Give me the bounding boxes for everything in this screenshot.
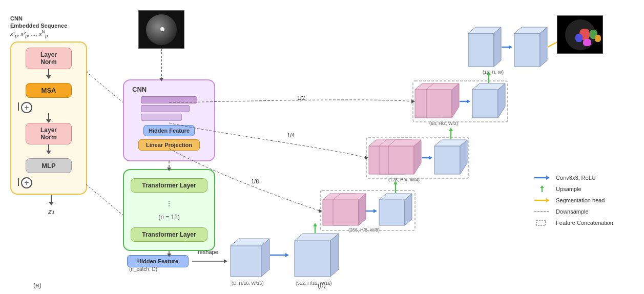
svg-marker-57 bbox=[426, 83, 459, 90]
svg-marker-88 bbox=[546, 176, 550, 180]
feature-concat-icon bbox=[534, 219, 553, 226]
svg-rect-32 bbox=[320, 191, 415, 230]
svg-text:(64, H/2, W/2): (64, H/2, W/2) bbox=[429, 121, 458, 126]
transformer-dots: ⋮ bbox=[165, 199, 173, 207]
reshape-label: reshape bbox=[198, 249, 218, 255]
arrowhead-z1 bbox=[49, 202, 54, 205]
svg-marker-27 bbox=[373, 209, 377, 213]
svg-marker-22 bbox=[348, 194, 356, 225]
svg-marker-7 bbox=[224, 259, 227, 263]
svg-marker-48 bbox=[460, 140, 467, 174]
arrow-to-z1 bbox=[51, 195, 52, 202]
svg-marker-43 bbox=[414, 140, 421, 174]
svg-marker-60 bbox=[467, 99, 470, 103]
svg-marker-90 bbox=[540, 185, 544, 188]
svg-marker-45 bbox=[429, 156, 432, 160]
n-patch-label: (n_patch, D) bbox=[129, 266, 157, 272]
svg-marker-38 bbox=[379, 146, 405, 174]
hidden-feature-bottom: Hidden Feature bbox=[127, 255, 189, 267]
svg-marker-55 bbox=[441, 83, 448, 118]
transformer-n: (n = 12) bbox=[158, 214, 180, 221]
cnn-label: CNN bbox=[132, 86, 147, 93]
svg-marker-58 bbox=[452, 83, 459, 118]
transformer-layer-bottom: Transformer Layer bbox=[131, 227, 207, 242]
svg-marker-72 bbox=[509, 45, 512, 49]
seg-organ-blue bbox=[575, 34, 583, 42]
svg-marker-67 bbox=[487, 71, 491, 75]
add-circle-1: + bbox=[21, 102, 32, 113]
svg-marker-56 bbox=[426, 90, 452, 118]
downsample-label: Downsample bbox=[556, 208, 589, 215]
svg-rect-94 bbox=[536, 220, 546, 225]
svg-marker-63 bbox=[498, 83, 505, 118]
layer-norm-1-block: LayerNorm bbox=[26, 48, 72, 69]
diagram-container: (a) CNN Embedded Sequence x¹p, x²p, ...,… bbox=[0, 0, 644, 294]
svg-marker-53 bbox=[415, 90, 441, 118]
sequence-math: x¹p, x²p, ..., xNp bbox=[10, 29, 92, 38]
svg-marker-40 bbox=[405, 140, 412, 174]
svg-text:1/2: 1/2 bbox=[297, 95, 305, 101]
transformer-encoder-box: LayerNorm MSA + LayerNorm MLP bbox=[10, 41, 87, 195]
legend-panel: Conv3x3, ReLU Upsample Segmentation head… bbox=[534, 174, 613, 226]
skip-line-1 bbox=[18, 102, 19, 111]
svg-marker-39 bbox=[379, 140, 412, 146]
svg-marker-52 bbox=[449, 128, 453, 131]
layer-norm-2-block: LayerNorm bbox=[26, 123, 72, 144]
seg-organ-purple bbox=[583, 39, 591, 46]
svg-marker-24 bbox=[333, 194, 366, 200]
legend-conv-relu: Conv3x3, ReLU bbox=[534, 174, 613, 181]
svg-marker-36 bbox=[369, 140, 402, 146]
svg-rect-50 bbox=[366, 137, 469, 178]
svg-marker-46 bbox=[434, 146, 460, 174]
z1-output: z₁ bbox=[10, 207, 92, 215]
svg-marker-19 bbox=[313, 223, 317, 226]
svg-marker-8 bbox=[231, 246, 261, 277]
svg-marker-75 bbox=[540, 27, 547, 67]
svg-marker-47 bbox=[434, 140, 467, 146]
downsample-icon bbox=[534, 208, 553, 215]
svg-marker-28 bbox=[379, 200, 405, 225]
svg-marker-54 bbox=[415, 83, 448, 90]
part-b-label: (b) bbox=[318, 281, 326, 289]
part-a-transformer-block: CNN Embedded Sequence x¹p, x²p, ..., xNp… bbox=[10, 15, 92, 271]
arrow-down-3 bbox=[48, 144, 49, 151]
svg-marker-20 bbox=[323, 200, 348, 225]
upsample-label: Upsample bbox=[556, 186, 581, 192]
arrow-down-1 bbox=[48, 69, 49, 75]
svg-rect-65 bbox=[413, 81, 508, 122]
arrow-down-2 bbox=[48, 113, 49, 119]
add-circle-2: + bbox=[21, 177, 32, 188]
embedded-sequence-label: Embedded Sequence bbox=[10, 23, 92, 29]
svg-marker-15 bbox=[295, 234, 339, 241]
arrowhead-3 bbox=[46, 151, 51, 154]
svg-marker-30 bbox=[405, 194, 412, 225]
svg-marker-61 bbox=[472, 90, 498, 118]
seg-organ-yellow bbox=[595, 35, 601, 42]
seg-organ-overlay bbox=[565, 19, 596, 50]
svg-marker-10 bbox=[261, 239, 269, 277]
upsample-icon bbox=[534, 185, 553, 193]
svg-marker-41 bbox=[388, 146, 414, 174]
conv-relu-label: Conv3x3, ReLU bbox=[556, 175, 596, 181]
svg-text:(256, H/8, W/8): (256, H/8, W/8) bbox=[348, 227, 380, 233]
svg-text:(128, H/4, W/4): (128, H/4, W/4) bbox=[388, 177, 420, 182]
svg-marker-81 bbox=[365, 156, 368, 160]
svg-marker-9 bbox=[231, 239, 269, 246]
arrowhead-1 bbox=[46, 75, 51, 79]
transformer-block: Transformer Layer ⋮ (n = 12) Transformer… bbox=[123, 169, 215, 251]
svg-text:1/8: 1/8 bbox=[251, 178, 259, 184]
svg-marker-25 bbox=[359, 194, 366, 225]
cnn-linear-projection: Linear Projection bbox=[138, 139, 200, 151]
arrowhead-2 bbox=[46, 119, 51, 123]
legend-downsample: Downsample bbox=[534, 208, 613, 215]
svg-text:(16, H, W): (16, H, W) bbox=[483, 70, 504, 75]
segmentation-output-image bbox=[557, 15, 603, 54]
svg-text:(512, H/16, W/16): (512, H/16, W/16) bbox=[296, 281, 332, 286]
mlp-block: MLP bbox=[26, 158, 72, 173]
cnn-block: CNN Hidden Feature Linear Projection bbox=[123, 79, 215, 161]
cnn-layer-3 bbox=[141, 114, 182, 121]
svg-marker-79 bbox=[411, 99, 415, 103]
legend-seg-head: Segmentation head bbox=[534, 197, 613, 204]
svg-marker-69 bbox=[468, 27, 501, 33]
svg-marker-70 bbox=[494, 27, 501, 67]
